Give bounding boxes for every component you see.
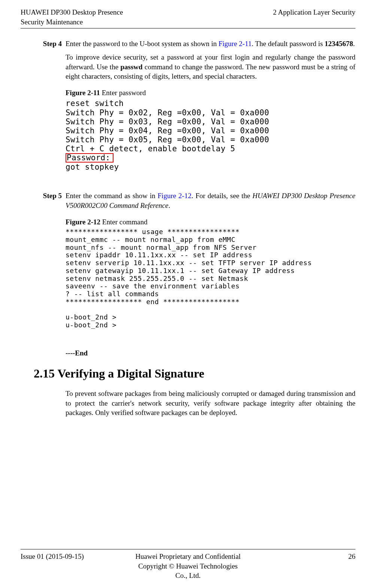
figure-2-12-console: ***************** usage ****************… — [66, 228, 355, 329]
step-5-label: Step 5 — [34, 191, 66, 340]
footer-page-number: 26 — [244, 552, 355, 561]
page-header: HUAWEI DP300 Desktop Presence Security M… — [21, 7, 355, 27]
step-4: Step 4 Enter the password to the U-boot … — [34, 39, 355, 183]
step-5: Step 5 Enter the command as show in Figu… — [34, 191, 355, 340]
default-password: 12345678 — [325, 40, 353, 48]
footer-issue: Issue 01 (2015-09-15) — [21, 552, 132, 561]
figure-2-12-caption: Figure 2-12 Enter command — [66, 217, 355, 227]
end-marker: ----End — [66, 348, 355, 358]
step-4-label: Step 4 — [34, 39, 66, 183]
section-2-15-body: To prevent software packages from being … — [66, 389, 355, 418]
footer-rule — [21, 549, 355, 549]
footer-confidential: Huawei Proprietary and Confidential — [132, 552, 244, 561]
header-left-line2: Security Maintenance — [21, 17, 123, 27]
figure-2-11-link[interactable]: Figure 2-11 — [218, 40, 251, 48]
section-2-15-title: 2.15 Verifying a Digital Signature — [34, 366, 355, 382]
figure-2-11-console: reset switch Switch Phy = 0x02, Reg =0x0… — [66, 99, 355, 172]
passwd-command: passwd — [120, 63, 142, 71]
footer-copyright: Copyright © Huawei Technologies Co., Ltd… — [132, 561, 244, 581]
step-5-paragraph-1: Enter the command as show in Figure 2-12… — [66, 191, 355, 210]
figure-2-12-link[interactable]: Figure 2-12 — [158, 192, 191, 200]
page-footer: Issue 01 (2015-09-15) Huawei Proprietary… — [21, 552, 355, 581]
step-4-paragraph-2: To improve device security, set a passwo… — [66, 52, 355, 81]
header-rule — [21, 28, 355, 28]
password-highlight-box: Password: — [66, 153, 113, 163]
header-left-line1: HUAWEI DP300 Desktop Presence — [21, 7, 123, 17]
figure-2-11-caption: Figure 2-11 Enter password — [66, 88, 355, 98]
step-4-paragraph-1: Enter the password to the U-boot system … — [66, 39, 355, 49]
header-right-line2: 2 Application Layer Security — [273, 7, 355, 17]
